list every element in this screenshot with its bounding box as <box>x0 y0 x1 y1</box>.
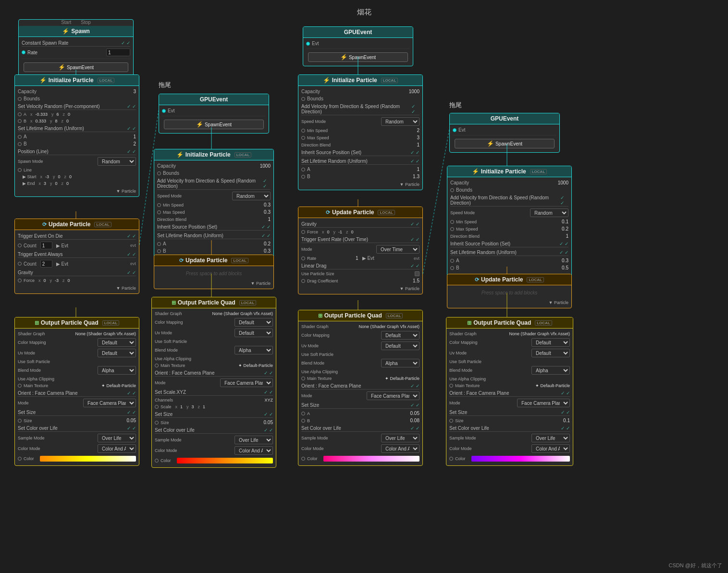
uv-mode-1[interactable]: Default <box>98 349 136 357</box>
min-speed-port-4 <box>450 220 454 224</box>
gpu-event-2-title: GPUEvent <box>344 29 372 36</box>
blend-mode-2[interactable]: Alpha <box>234 346 273 354</box>
use-particle-size-cb[interactable] <box>415 271 420 276</box>
orient-mode-4[interactable]: Face Camera Plane <box>517 399 570 407</box>
output-1-badge: LOCAL <box>102 320 120 326</box>
b-port <box>18 119 22 123</box>
orient-mode-3[interactable]: Face Camera Plane <box>367 391 420 400</box>
orient-section-2: Orient : Face Camera Plane ✓ ✓ <box>155 369 273 377</box>
evt-label-2: Evt <box>312 41 319 46</box>
count-always-input[interactable] <box>40 260 52 268</box>
gpu-event-1: GPUEvent Evt ⚡ SpawnEvent <box>159 94 269 134</box>
init-1-bolt: ⚡ <box>39 77 47 84</box>
update-2-title: Update Particle <box>185 257 227 264</box>
lifetime-section-2: Set Lifetime Random (Uniform) ✓ ✓ <box>157 232 271 239</box>
speed-mode-4[interactable]: Random <box>530 208 568 217</box>
size-section-4: Set Size ✓ ✓ <box>449 408 570 416</box>
uv-mode-4[interactable]: Default <box>531 349 570 357</box>
watermark: CSDN @好，就这个了 <box>669 562 722 569</box>
trigger-mode-3[interactable]: Over Time <box>376 245 420 254</box>
color-mode-1[interactable]: Color And Alpha <box>98 444 136 453</box>
color-section-1: Set Color over Life ✓ ✓ <box>18 424 136 432</box>
color-port-2 <box>155 459 159 463</box>
lifetime-section-4: Set Lifetime Random (Uniform) ✓ ✓ <box>450 248 568 256</box>
count-die-input[interactable] <box>40 242 52 249</box>
min-speed-port-2 <box>157 203 161 207</box>
color-mode-4[interactable]: Color And Alpha <box>531 444 570 453</box>
blend-mode-3[interactable]: Alpha <box>381 359 420 367</box>
update-3-header: ⟳ Update Particle LOCAL <box>298 207 422 218</box>
placeholder-2: Press space to add blocks <box>157 268 271 279</box>
texture-port-3 <box>301 377 305 380</box>
color-mapping-3[interactable]: Default <box>381 331 420 340</box>
gravity-section: Gravity ✓ ✓ <box>18 268 136 276</box>
color-mapping-4[interactable]: Default <box>531 338 570 347</box>
output-3-icon: ⊞ <box>318 313 322 319</box>
orient-mode-2[interactable]: Face Camera Plane <box>220 378 273 387</box>
init-4-title: Initialize Particle <box>481 168 526 175</box>
sample-mode-1[interactable]: Over Life <box>98 434 136 442</box>
init-3-badge: LOCAL <box>381 78 398 83</box>
rate-port-3 <box>301 256 305 260</box>
color-mapping-1[interactable]: Default <box>98 338 136 347</box>
inherit-section-4: Inherit Source Position (Set) ✓ ✓ <box>450 240 568 247</box>
evt-port-1 <box>162 109 166 113</box>
scale-port-2 <box>155 405 159 409</box>
count-always-port <box>18 262 22 266</box>
update-1-title: Update Particle <box>49 221 90 228</box>
init-2-bolt: ⚡ <box>176 151 184 158</box>
max-speed-port-3 <box>301 136 305 140</box>
gpu-event-3: GPUEvent Evt ⚡ SpawnEvent <box>449 113 560 153</box>
drag-section: Linear Drag ✓ ✓ <box>301 262 420 269</box>
spawn-node: Start Stop ⚡ Spawn Constant Spawn Rate ✓… <box>18 19 134 76</box>
update-4-title: Update Particle <box>481 276 523 283</box>
speed-mode-2[interactable]: Random <box>232 192 271 200</box>
sample-mode-3[interactable]: Over Life <box>381 434 420 442</box>
group-title-2: 拖尾 <box>449 101 462 110</box>
bounds-port-3 <box>301 97 305 101</box>
init-4-bolt: ⚡ <box>472 168 479 175</box>
size-port-2 <box>155 421 159 425</box>
start-stop-labels: Start Stop <box>19 20 133 26</box>
init-particle-1-header: ⚡ Initialize Particle LOCAL <box>15 75 139 86</box>
spawn-event-label-3: SpawnEvent <box>495 141 522 146</box>
color-mode-3[interactable]: Color And Alpha <box>381 444 420 453</box>
spawn-event-btn-2[interactable]: ⚡ SpawnEvent <box>308 52 408 62</box>
orient-mode-1[interactable]: Face Camera Plane <box>83 399 136 407</box>
sample-mode-4[interactable]: Over Life <box>531 434 570 442</box>
output-quad-2: ⊞ Output Particle Quad LOCAL Shader Grap… <box>151 297 276 468</box>
size-port-1 <box>18 419 22 423</box>
output-4-badge: LOCAL <box>535 320 552 326</box>
color-section-4: Set Color over Life ✓ ✓ <box>449 424 570 432</box>
update-1-icon: ⟳ <box>42 221 47 228</box>
color-gradient-4 <box>471 456 570 462</box>
spawn-event-btn-1[interactable]: ⚡ SpawnEvent <box>164 120 264 129</box>
line-port <box>18 168 22 172</box>
color-mode-2[interactable]: Color And Alpha <box>234 446 273 455</box>
evt-label-3: Evt <box>458 127 465 133</box>
lifetime-section-3: Set Lifetime Random (Uniform) ✓ ✓ <box>301 157 420 165</box>
init-2-title: Initialize Particle <box>185 151 231 158</box>
spawn-event-icon-2: ⚡ <box>340 54 347 61</box>
spawn-event-btn-3[interactable]: ⚡ SpawnEvent <box>455 139 555 148</box>
lt-a-port-4 <box>450 259 454 263</box>
page-title: 烟花 <box>0 4 728 19</box>
blend-mode-1[interactable]: Alpha <box>98 366 136 375</box>
size-section-1: Set Size ✓ ✓ <box>18 408 136 416</box>
spawn-mode-select[interactable]: Random <box>98 157 136 166</box>
gravity-section-3: Gravity ✓ ✓ <box>301 220 420 228</box>
color-port-3 <box>301 457 305 461</box>
uv-mode-3[interactable]: Default <box>381 341 420 350</box>
speed-mode-3[interactable]: Random <box>381 117 420 126</box>
color-mapping-2[interactable]: Default <box>234 318 273 327</box>
rate-input[interactable] <box>106 49 130 56</box>
size-section-2: Set Size ✓ ✓ <box>155 410 273 418</box>
blend-mode-4[interactable]: Alpha <box>531 366 570 375</box>
sample-mode-2[interactable]: Over Life <box>234 436 273 444</box>
spawn-event-btn[interactable]: ⚡ SpawnEvent <box>24 62 128 72</box>
uv-mode-2[interactable]: Default <box>234 329 273 337</box>
update-4-icon: ⟳ <box>475 277 479 283</box>
init-4-badge: LOCAL <box>530 169 547 174</box>
spawn-event-label: SpawnEvent <box>67 65 94 70</box>
update-4-badge: LOCAL <box>527 277 544 282</box>
